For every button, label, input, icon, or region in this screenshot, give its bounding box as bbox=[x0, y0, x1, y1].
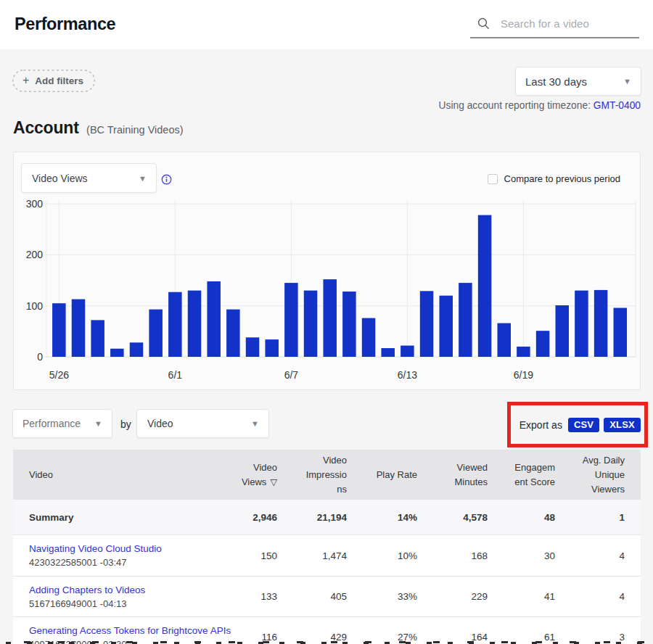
timezone-text: Using account reporting timezone: bbox=[439, 100, 591, 111]
bar-6/13[interactable] bbox=[401, 346, 414, 357]
column-header-line: Video bbox=[29, 468, 208, 482]
bar-6/6[interactable] bbox=[265, 339, 279, 357]
bar-6/20[interactable] bbox=[536, 331, 550, 357]
bar-6/23[interactable] bbox=[594, 290, 608, 357]
search-icon bbox=[477, 17, 490, 30]
summary-play_rate: 14% bbox=[347, 512, 417, 523]
search-input[interactable] bbox=[501, 13, 635, 33]
column-header-video-impressions[interactable]: VideoImpressions bbox=[277, 453, 347, 497]
export-xlsx-button[interactable]: XLSX bbox=[604, 418, 641, 432]
bar-6/11[interactable] bbox=[362, 318, 376, 357]
bar-6/24[interactable] bbox=[614, 308, 628, 357]
summary-avg_daily: 1 bbox=[555, 512, 625, 523]
column-header-engagement-score[interactable]: Engagement Score bbox=[488, 461, 555, 490]
bar-6/9[interactable] bbox=[323, 279, 337, 357]
column-header-line: ns bbox=[277, 482, 347, 497]
bar-6/18[interactable] bbox=[497, 323, 511, 357]
bar-6/21[interactable] bbox=[556, 305, 570, 357]
x-axis-tick-label: 5/26 bbox=[49, 369, 69, 381]
summary-engagement: 48 bbox=[488, 512, 555, 523]
y-axis-tick-label: 200 bbox=[26, 249, 44, 260]
chevron-down-icon: ▼ bbox=[94, 419, 102, 428]
column-header-line: Unique bbox=[555, 468, 625, 482]
info-icon[interactable] bbox=[161, 174, 172, 185]
bar-5/30[interactable] bbox=[130, 342, 144, 357]
cell-minutes: 229 bbox=[417, 591, 488, 602]
bar-5/29[interactable] bbox=[110, 349, 124, 357]
column-header-line: Avg. Daily bbox=[555, 453, 625, 468]
compare-checkbox[interactable] bbox=[488, 174, 498, 184]
video-title-link[interactable]: Adding Chapters to Videos bbox=[29, 585, 208, 595]
summary-views: 2,946 bbox=[208, 512, 277, 523]
bar-5/26[interactable] bbox=[52, 303, 66, 357]
bar-6/14[interactable] bbox=[420, 291, 434, 357]
bar-6/17[interactable] bbox=[478, 215, 492, 357]
summary-label: Summary bbox=[13, 512, 208, 523]
dimension-select[interactable]: Performance ▼ bbox=[12, 409, 112, 438]
column-header-line: Impressio bbox=[277, 468, 347, 482]
bar-6/1[interactable] bbox=[168, 292, 182, 357]
group-by-select[interactable]: Video ▼ bbox=[136, 409, 269, 438]
table-summary-row: Summary2,94621,19414%4,578481 bbox=[13, 500, 641, 535]
dashed-outline bbox=[12, 70, 95, 92]
video-title-link[interactable]: Generating Access Tokens for Brightcove … bbox=[29, 625, 208, 636]
bar-6/3[interactable] bbox=[207, 281, 221, 357]
bar-6/19[interactable] bbox=[517, 347, 530, 357]
column-header-video-views[interactable]: VideoViews▽ bbox=[208, 461, 277, 490]
column-header-line: Video bbox=[277, 453, 347, 468]
video-search bbox=[470, 12, 639, 38]
column-header-line: Play Rate bbox=[347, 468, 417, 482]
cell-impressions: 405 bbox=[277, 591, 347, 602]
cell-avg_daily: 4 bbox=[555, 591, 625, 602]
column-header-line: Views▽ bbox=[208, 475, 277, 490]
bar-6/4[interactable] bbox=[226, 310, 240, 357]
video-id: 4230322585001 -03:47 bbox=[29, 557, 208, 568]
sort-desc-icon[interactable]: ▽ bbox=[270, 477, 277, 487]
bar-6/16[interactable] bbox=[459, 283, 472, 357]
account-heading: Account (BC Training Videos) bbox=[13, 118, 184, 138]
bar-6/7[interactable] bbox=[284, 283, 298, 357]
bar-6/12[interactable] bbox=[381, 348, 395, 357]
bar-6/8[interactable] bbox=[304, 291, 318, 357]
add-filters-button[interactable]: + Add filters bbox=[12, 70, 96, 92]
export-csv-button[interactable]: CSV bbox=[568, 418, 599, 432]
x-axis-tick-label: 6/7 bbox=[284, 369, 299, 381]
column-header-line: Video bbox=[208, 461, 277, 475]
timezone-link[interactable]: GMT-0400 bbox=[594, 100, 641, 111]
summary-minutes: 4,578 bbox=[417, 512, 488, 523]
timezone-note: Using account reporting timezone: GMT-04… bbox=[439, 100, 641, 111]
date-range-value: Last 30 days bbox=[525, 75, 587, 88]
column-header-line: Viewed bbox=[417, 461, 488, 475]
bar-6/10[interactable] bbox=[342, 292, 356, 357]
column-header-viewed-minutes[interactable]: ViewedMinutes bbox=[417, 461, 488, 490]
cell-play_rate: 10% bbox=[347, 550, 417, 561]
bar-6/22[interactable] bbox=[575, 291, 588, 357]
top-bar: Performance bbox=[0, 0, 653, 49]
date-range-select[interactable]: Last 30 days ▼ bbox=[515, 67, 641, 96]
video-title-link[interactable]: Navigating Video Cloud Studio bbox=[29, 543, 208, 554]
cell-engagement: 41 bbox=[488, 591, 555, 602]
cell-minutes: 164 bbox=[417, 632, 488, 643]
table-header-row: VideoVideoViews▽VideoImpressionsPlay Rat… bbox=[13, 450, 641, 500]
bar-6/5[interactable] bbox=[246, 337, 260, 357]
metric-select[interactable]: Video Views ▼ bbox=[21, 163, 157, 193]
export-annotation-box: Export as CSV XLSX bbox=[507, 402, 648, 447]
bar-5/31[interactable] bbox=[149, 310, 163, 357]
column-header-avg-daily-unique-viewers[interactable]: Avg. DailyUniqueViewers bbox=[555, 453, 625, 497]
export-as-label: Export as bbox=[519, 419, 562, 431]
bar-6/15[interactable] bbox=[439, 296, 453, 357]
y-axis-tick-label: 300 bbox=[26, 198, 44, 210]
column-header-play-rate[interactable]: Play Rate bbox=[347, 468, 417, 482]
chevron-down-icon: ▼ bbox=[251, 419, 259, 428]
x-axis-tick-label: 6/1 bbox=[168, 369, 183, 381]
group-select-value: Video bbox=[147, 418, 173, 429]
column-header-video: Video bbox=[13, 468, 208, 482]
cell-avg_daily: 4 bbox=[555, 550, 625, 561]
bar-6/2[interactable] bbox=[188, 291, 202, 357]
column-header-line: Engagem bbox=[488, 461, 555, 475]
cell-views: 116 bbox=[208, 632, 277, 643]
cell-avg_daily: 3 bbox=[555, 632, 625, 643]
cell-play_rate: 27% bbox=[347, 632, 417, 643]
bar-5/27[interactable] bbox=[72, 300, 86, 357]
bar-5/28[interactable] bbox=[91, 320, 104, 357]
